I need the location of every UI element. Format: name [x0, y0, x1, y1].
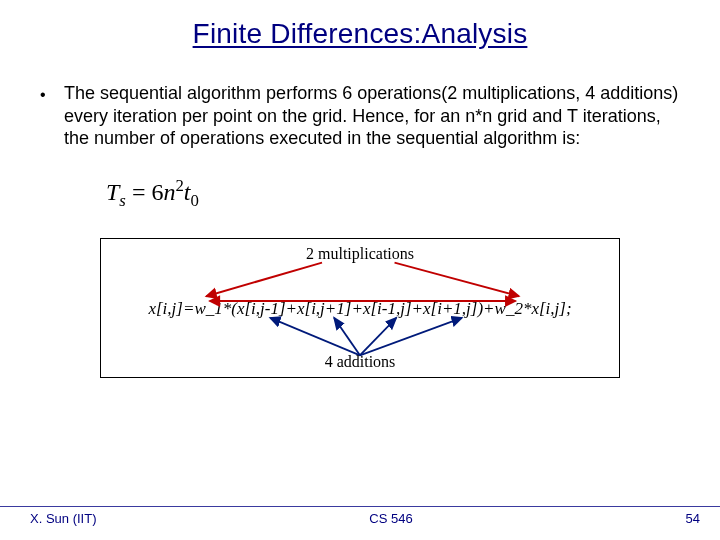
- formula-t-sub: 0: [191, 190, 199, 209]
- formula-eq: =: [126, 179, 152, 205]
- svg-line-0: [206, 263, 322, 297]
- code-expression: x[i,j]=w_1*(x[i,j-1]+x[i,j+1]+x[i-1,j]+x…: [101, 299, 619, 319]
- footer-author: X. Sun (IIT): [30, 511, 96, 526]
- bullet-text: The sequential algorithm performs 6 oper…: [64, 82, 680, 150]
- formula-n: n: [163, 179, 175, 205]
- addition-label: 4 additions: [325, 353, 396, 371]
- formula-T: T: [106, 179, 119, 205]
- diagram-box: 2 multiplications x[i,j]=w_1*(x[i,j-1]+x…: [100, 238, 620, 378]
- formula-t: t: [184, 179, 191, 205]
- svg-line-1: [395, 263, 519, 297]
- multiplication-label: 2 multiplications: [306, 245, 414, 263]
- bullet-dot: •: [40, 82, 64, 104]
- svg-line-3: [270, 318, 360, 355]
- slide-title: Finite Differences:Analysis: [193, 18, 528, 50]
- svg-line-6: [360, 318, 462, 355]
- footer: X. Sun (IIT) CS 546 54: [0, 506, 720, 530]
- svg-line-4: [334, 318, 360, 355]
- footer-course: CS 546: [369, 511, 412, 526]
- formula: Ts = 6n2t0: [106, 179, 199, 205]
- formula-coef: 6: [151, 179, 163, 205]
- footer-page-number: 54: [686, 511, 700, 526]
- svg-line-5: [360, 318, 396, 355]
- formula-n-sup: 2: [175, 176, 183, 195]
- bullet-item: • The sequential algorithm performs 6 op…: [40, 82, 680, 150]
